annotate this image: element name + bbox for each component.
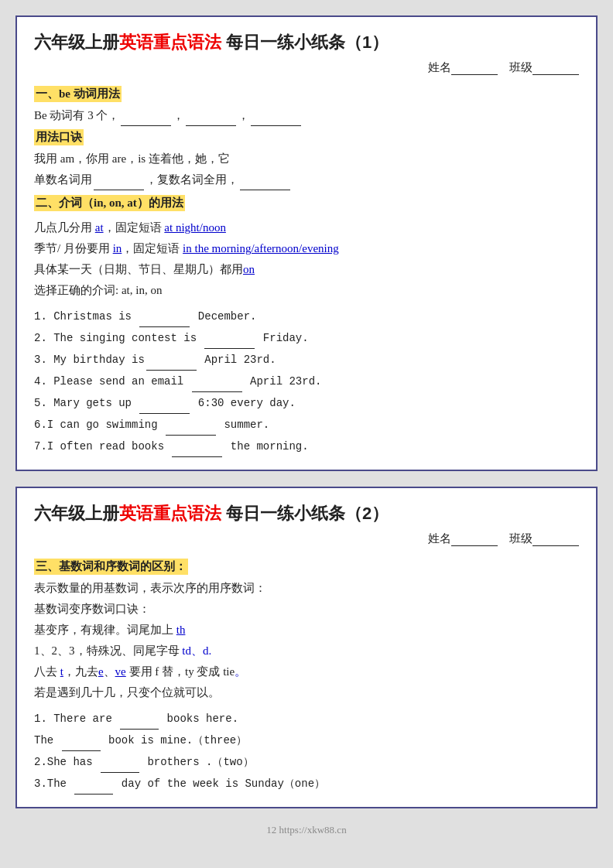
ex3-line: 3. My birthday is April 23rd. [34,349,579,371]
ex2-3: 3.The day of the week is Sunday（one） [34,773,579,795]
mnemonic-title: 用法口诀 [34,129,84,145]
card1-name-label: 姓名 [428,61,451,73]
prep-phrase1: at night/noon [164,221,226,234]
be-blank3 [251,125,301,126]
mnemonic-blank1 [94,190,144,190]
section2-title: 二、介词（in, on, at）的用法 [34,195,185,211]
card2-class-label: 班级 [509,532,533,545]
th-text: th [176,624,186,636]
ex1-line: 1. Christmas is December. [34,306,579,327]
ex2-3-blank [74,794,113,795]
prep-line3: 具体某一天（日期、节日、星期几）都用on [34,259,579,280]
section3-title: 三、基数词和序数词的区别： [34,559,188,575]
section1-title: 一、be 动词用法 [34,86,122,102]
ex2-2: 2.She has brothers .（two） [34,751,579,773]
card1-title-suffix: 每日一练小纸条（1） [221,32,389,52]
be-blank1 [121,125,171,126]
ex2-line: 2. The singing contest is Friday. [34,327,579,349]
card-1: 六年级上册英语重点语法 每日一练小纸条（1） 姓名 班级 一、be 动词用法 B… [15,15,598,471]
card2-title-suffix: 每日一练小纸条（2） [221,504,389,523]
card2-title-red: 英语重点语法 [119,504,221,523]
card2-line2: 基数词变序数词口诀： [34,599,579,620]
exercise-list-2: 1. There are books here. The book is min… [34,708,579,795]
prep-line2: 季节/ 月份要用 in，固定短语 in the morning/afternoo… [34,238,579,259]
card2-name-blank [451,532,498,546]
t-text: t [60,665,63,678]
mnemonic1: 我用 am，你用 are，is 连着他，她，它 [34,149,579,169]
be-blank2 [186,125,236,126]
prep-in: in [113,242,122,255]
footer-text: 12 https://xkw88.cn [266,824,346,836]
ex2-1a: 1. There are books here. [34,708,579,730]
card2-line6: 若是遇到几十几，只变个位就可以。 [34,682,579,703]
card2-name-line: 姓名 班级 [34,531,579,546]
card2-class-blank [533,532,579,546]
card1-title: 六年级上册英语重点语法 每日一练小纸条（1） [34,31,579,54]
card2-line4: 1、2、3，特殊况、同尾字母 td、d. [34,641,579,661]
ex5-line: 5. Mary gets up 6:30 every day. [34,392,579,414]
e-text: e [98,665,104,678]
card1-class-label: 班级 [509,61,533,73]
ex4-line: 4. Please send an email April 23rd. [34,371,579,392]
card1-name-line: 姓名 班级 [34,60,579,75]
prep-line4: 选择正确的介词: at, in, on [34,280,579,301]
ex7-blank [172,456,222,457]
ex7-line: 7.I often read books the morning. [34,436,579,457]
ex6-line: 6.I can go swimming summer. [34,414,579,436]
prep-line1: 几点几分用 at，固定短语 at night/noon [34,217,579,238]
mnemonic2: 单数名词用，复数名词全用， [34,169,579,190]
card2-name-label: 姓名 [428,532,451,545]
be-line1: Be 动词有 3 个，，， [34,105,579,126]
card1-title-red: 英语重点语法 [119,32,221,52]
card2-line1: 表示数量的用基数词，表示次序的用序数词： [34,578,579,599]
prep-at: at [95,221,104,234]
page-footer: 12 https://xkw88.cn [15,824,598,836]
td-text: td、d. [182,644,211,657]
preposition-section: 几点几分用 at，固定短语 at night/noon 季节/ 月份要用 in，… [34,217,579,301]
ex2-1b: The book is mine.（three） [34,730,579,751]
prep-phrase2: in the morning/afternoon/evening [183,242,339,255]
exercise-list-1: 1. Christmas is December. 2. The singing… [34,306,579,457]
card2-title: 六年级上册英语重点语法 每日一练小纸条（2） [34,502,579,525]
card-2: 六年级上册英语重点语法 每日一练小纸条（2） 姓名 班级 三、基数词和序数词的区… [15,487,598,808]
card2-title-prefix: 六年级上册 [34,504,119,523]
card1-class-blank [533,61,579,75]
card1-title-prefix: 六年级上册 [34,32,119,52]
card2-line3: 基变序，有规律。词尾加上 th [34,620,579,641]
prep-on: on [243,263,255,275]
card1-name-blank [451,61,498,75]
ve-text: ve [115,665,126,678]
mnemonic-blank2 [240,190,290,190]
dot-text: 。 [235,665,246,678]
card2-line5: 八去 t，九去e、ve 要用 f 替，ty 变成 tie。 [34,661,579,682]
